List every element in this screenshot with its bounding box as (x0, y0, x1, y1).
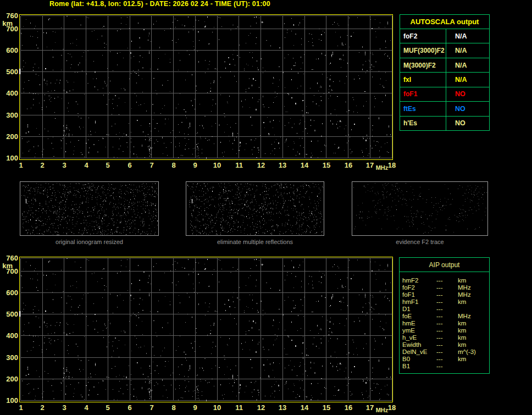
bottom-x-tick-label: 4 (77, 404, 96, 411)
top-x-tick-label: 12 (252, 162, 270, 169)
autoscala-window: Rome (lat: +41.8, lon: 012.5) - DATE: 20… (0, 0, 532, 415)
top-x-tick-label: 5 (98, 162, 117, 169)
bottom-x-tick-label: 10 (208, 404, 226, 411)
aip-row-ewidth: Ewidth---km (400, 341, 489, 348)
aip-parameter-value: --- (436, 334, 443, 341)
aip-parameter-value: --- (436, 284, 443, 291)
aip-parameter-label: h_vE (402, 334, 417, 341)
top-x-tick-label: 8 (164, 162, 183, 169)
bottom-y-axis-unit: km (1, 262, 13, 269)
autoscala-parameter-value: N/A (446, 73, 489, 86)
autoscala-row-hes: h'EsNO (400, 116, 489, 130)
aip-row-hmf2: hmF2---km (400, 277, 489, 284)
aip-row-foe: foE---MHz (400, 313, 489, 320)
bottom-y-tick-label: 200 (2, 375, 18, 383)
autoscala-parameter-value: NO (446, 102, 489, 115)
autoscala-parameter-label: MUF(3000)F2 (400, 43, 446, 57)
processing-panels (20, 182, 488, 236)
bottom-x-tick-label: 14 (295, 404, 314, 411)
top-x-tick-label: 13 (273, 162, 292, 169)
top-x-tick-label: 15 (317, 162, 336, 169)
aip-output-table: AIP output hmF2---kmfoF2---MHzfoF1---MHz… (399, 257, 490, 374)
top-x-tick-label: 7 (142, 162, 161, 169)
aip-parameter-label: DelN_vE (402, 348, 427, 356)
top-y-tick-label: 600 (2, 47, 18, 54)
aip-row-d1: D1--- (400, 306, 489, 313)
top-y-tick-label: 100 (2, 154, 18, 162)
aip-row-b0: B0---km (400, 356, 489, 363)
aip-parameter-value: --- (436, 356, 443, 363)
aip-parameter-value: --- (436, 298, 443, 306)
bottom-ionogram-noise-dots (19, 258, 391, 401)
aip-parameter-value: --- (436, 327, 443, 334)
aip-parameter-value: --- (436, 306, 443, 313)
top-x-tick-label: 6 (120, 162, 139, 169)
aip-row-hme: hmE---km (400, 320, 489, 327)
bottom-x-tick-label: 16 (339, 404, 358, 411)
top-x-tick-label: 16 (339, 162, 358, 169)
top-x-tick-label: 1 (12, 162, 30, 169)
top-x-tick-label: 14 (295, 162, 314, 169)
aip-parameter-label: hmF2 (402, 277, 418, 284)
autoscala-parameter-label: ftEs (400, 102, 446, 115)
autoscala-row-m3000f2: M(3000)F2N/A (400, 58, 489, 72)
bottom-ionogram-grid (21, 258, 392, 401)
aip-row-hmf1: hmF1---km (400, 298, 489, 306)
bottom-y-tick-label: 600 (2, 289, 18, 296)
aip-row-fof2: foF2---MHz (400, 284, 489, 291)
aip-parameter-label: foF2 (402, 284, 415, 291)
autoscala-row-fxi: fxIN/A (400, 72, 489, 86)
bottom-y-tick-label: 400 (2, 332, 18, 339)
top-ionogram-noise-dots (19, 16, 391, 159)
top-y-tick-label: 400 (2, 90, 18, 97)
top-x-tick-label: 4 (77, 162, 96, 169)
top-y-tick-label: 760 (2, 12, 18, 19)
autoscala-parameter-label: M(3000)F2 (400, 58, 446, 72)
aip-parameter-value: --- (436, 341, 443, 348)
bottom-x-tick-label: 1 (12, 404, 30, 411)
aip-row-b1: B1--- (400, 363, 489, 370)
top-y-tick-label: 500 (2, 68, 18, 75)
aip-parameter-unit: MHz (458, 313, 471, 320)
autoscala-parameter-label: fxI (400, 73, 446, 86)
panel-caption-evidence-f2: evidence F2 trace (352, 239, 488, 245)
top-y-tick-label: 300 (2, 112, 18, 119)
aip-parameter-label: hmE (402, 320, 415, 327)
aip-parameter-unit: MHz (458, 291, 471, 298)
bottom-y-tick-label: 100 (2, 397, 18, 404)
bottom-ionogram-border (20, 257, 393, 402)
bottom-x-tick-label: 6 (120, 404, 139, 411)
bottom-x-tick-label: 9 (186, 404, 204, 411)
autoscala-parameter-value: N/A (446, 58, 489, 72)
autoscala-output-table: AUTOSCALA output foF2N/AMUF(3000)F2N/AM(… (400, 14, 490, 131)
aip-parameter-unit: km (458, 298, 466, 306)
aip-parameter-label: foE (402, 313, 412, 320)
aip-parameter-unit: km (458, 334, 466, 341)
bottom-x-tick-label: 8 (164, 404, 183, 411)
autoscala-row-ftes: ftEsNO (400, 101, 489, 115)
bottom-x-tick-label: 12 (252, 404, 270, 411)
top-y-axis-unit: km (1, 20, 13, 27)
aip-parameter-value: --- (436, 291, 443, 298)
aip-parameter-unit: km (458, 277, 466, 284)
aip-parameter-unit: km (458, 320, 466, 327)
aip-parameter-unit: km (458, 356, 466, 363)
aip-row-hve: h_vE---km (400, 334, 489, 341)
aip-row-yme: ymE---km (400, 327, 489, 334)
top-x-tick-label: 11 (230, 162, 248, 169)
top-x-axis-unit: MHz (374, 165, 390, 171)
bottom-x-tick-label: 15 (317, 404, 336, 411)
autoscala-parameter-label: h'Es (400, 117, 446, 130)
panel-caption-original-ionogram: original ionogram resized (20, 239, 159, 245)
aip-parameter-label: B1 (402, 363, 410, 370)
aip-parameter-label: ymE (402, 327, 415, 334)
bottom-x-tick-label: 3 (55, 404, 74, 411)
aip-row-delnve: DelN_vE---m^(-3) (400, 348, 489, 356)
autoscala-row-muf3000f2: MUF(3000)F2N/A (400, 43, 489, 57)
autoscala-table-header: AUTOSCALA output (400, 15, 489, 29)
autoscala-parameter-value: N/A (446, 29, 489, 43)
bottom-y-tick-label: 760 (2, 254, 18, 262)
autoscala-parameter-value: NO (446, 87, 489, 101)
autoscala-row-fof1: foF1NO (400, 87, 489, 101)
bottom-x-tick-label: 5 (98, 404, 117, 411)
